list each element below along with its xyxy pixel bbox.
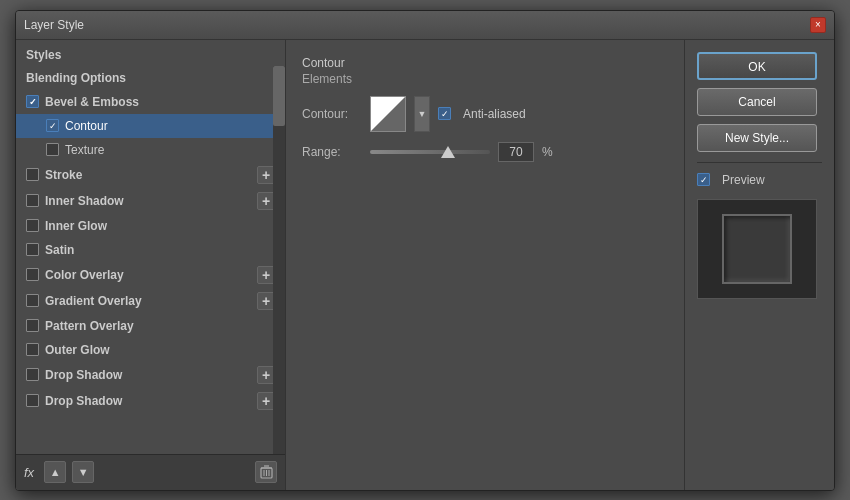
- right-panel-divider: [697, 162, 822, 163]
- close-button[interactable]: ×: [810, 17, 826, 33]
- range-percent-label: %: [542, 145, 553, 159]
- contour-checkbox[interactable]: [46, 119, 59, 132]
- sidebar-item-stroke[interactable]: Stroke +: [16, 162, 285, 188]
- right-panel: OK Cancel New Style... Preview: [684, 40, 834, 490]
- layer-style-dialog: Layer Style × Styles Blending Options Be…: [15, 10, 835, 491]
- dialog-body: Styles Blending Options Bevel & Emboss: [16, 40, 834, 490]
- drop-shadow-1-label: Drop Shadow: [45, 368, 257, 382]
- dialog-title: Layer Style: [24, 18, 84, 32]
- styles-scroll-container: Blending Options Bevel & Emboss Contour: [16, 66, 285, 454]
- preview-box: [697, 199, 817, 299]
- middle-panel: Contour Elements Contour: ▼ Anti-aliased: [286, 40, 684, 490]
- cancel-button[interactable]: Cancel: [697, 88, 817, 116]
- contour-row: Contour: ▼ Anti-aliased: [302, 96, 668, 132]
- outer-glow-checkbox[interactable]: [26, 343, 39, 356]
- sidebar-item-color-overlay[interactable]: Color Overlay +: [16, 262, 285, 288]
- color-overlay-label: Color Overlay: [45, 268, 257, 282]
- blending-options-label: Blending Options: [26, 71, 275, 85]
- sidebar-item-contour[interactable]: Contour: [16, 114, 285, 138]
- move-up-button[interactable]: ▲: [44, 461, 66, 483]
- sidebar-item-satin[interactable]: Satin: [16, 238, 285, 262]
- sidebar-item-drop-shadow-2[interactable]: Drop Shadow +: [16, 388, 285, 414]
- styles-header: Styles: [16, 40, 285, 66]
- sidebar-item-gradient-overlay[interactable]: Gradient Overlay +: [16, 288, 285, 314]
- fx-label: fx: [24, 465, 34, 480]
- preview-check-row: Preview: [697, 173, 822, 187]
- drop-shadow-2-label: Drop Shadow: [45, 394, 257, 408]
- drop-shadow-1-checkbox[interactable]: [26, 368, 39, 381]
- sidebar-item-outer-glow[interactable]: Outer Glow: [16, 338, 285, 362]
- ok-button[interactable]: OK: [697, 52, 817, 80]
- sidebar-item-drop-shadow-1[interactable]: Drop Shadow +: [16, 362, 285, 388]
- contour-label: Contour: [65, 119, 275, 133]
- bevel-emboss-checkbox[interactable]: [26, 95, 39, 108]
- range-field-label: Range:: [302, 145, 362, 159]
- range-slider-track: [370, 150, 490, 154]
- contour-dropdown-arrow[interactable]: ▼: [414, 96, 430, 132]
- stroke-label: Stroke: [45, 168, 257, 182]
- preview-label: Preview: [722, 173, 765, 187]
- scrollbar-track[interactable]: [273, 66, 285, 454]
- sidebar-item-blending-options[interactable]: Blending Options: [16, 66, 285, 90]
- pattern-overlay-checkbox[interactable]: [26, 319, 39, 332]
- texture-checkbox[interactable]: [46, 143, 59, 156]
- anti-alias-checkbox[interactable]: [438, 107, 451, 120]
- color-overlay-checkbox[interactable]: [26, 268, 39, 281]
- drop-shadow-2-checkbox[interactable]: [26, 394, 39, 407]
- anti-alias-label: Anti-aliased: [463, 107, 526, 121]
- left-panel: Styles Blending Options Bevel & Emboss: [16, 40, 286, 490]
- sidebar-item-texture[interactable]: Texture: [16, 138, 285, 162]
- satin-label: Satin: [45, 243, 275, 257]
- sidebar-item-pattern-overlay[interactable]: Pattern Overlay: [16, 314, 285, 338]
- gradient-overlay-label: Gradient Overlay: [45, 294, 257, 308]
- bevel-emboss-label: Bevel & Emboss: [45, 95, 275, 109]
- inner-glow-label: Inner Glow: [45, 219, 275, 233]
- sidebar-item-inner-shadow[interactable]: Inner Shadow +: [16, 188, 285, 214]
- stroke-checkbox[interactable]: [26, 168, 39, 181]
- styles-list: Blending Options Bevel & Emboss Contour: [16, 66, 285, 454]
- contour-sub-title: Elements: [302, 72, 668, 86]
- contour-section-title: Contour: [302, 56, 668, 70]
- new-style-button[interactable]: New Style...: [697, 124, 817, 152]
- preview-thumbnail: [722, 214, 792, 284]
- range-slider[interactable]: [370, 144, 490, 160]
- scrollbar-thumb[interactable]: [273, 66, 285, 126]
- range-value-input[interactable]: [498, 142, 534, 162]
- inner-glow-checkbox[interactable]: [26, 219, 39, 232]
- inner-shadow-label: Inner Shadow: [45, 194, 257, 208]
- move-down-button[interactable]: ▼: [72, 461, 94, 483]
- title-bar: Layer Style ×: [16, 11, 834, 40]
- delete-button[interactable]: [255, 461, 277, 483]
- contour-field-label: Contour:: [302, 107, 362, 121]
- anti-alias-row: Anti-aliased: [438, 107, 526, 121]
- bottom-toolbar: fx ▲ ▼: [16, 454, 285, 490]
- satin-checkbox[interactable]: [26, 243, 39, 256]
- contour-picker[interactable]: [370, 96, 406, 132]
- range-row: Range: %: [302, 142, 668, 162]
- preview-checkbox[interactable]: [697, 173, 710, 186]
- range-slider-thumb[interactable]: [441, 146, 455, 158]
- sidebar-item-bevel-emboss[interactable]: Bevel & Emboss: [16, 90, 285, 114]
- outer-glow-label: Outer Glow: [45, 343, 275, 357]
- gradient-overlay-checkbox[interactable]: [26, 294, 39, 307]
- texture-label: Texture: [65, 143, 275, 157]
- pattern-overlay-label: Pattern Overlay: [45, 319, 275, 333]
- inner-shadow-checkbox[interactable]: [26, 194, 39, 207]
- sidebar-item-inner-glow[interactable]: Inner Glow: [16, 214, 285, 238]
